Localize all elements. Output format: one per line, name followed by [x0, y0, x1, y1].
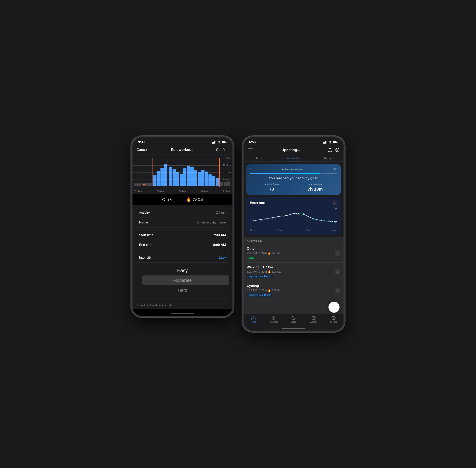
activity-row[interactable]: Activity Other › — [136, 208, 229, 218]
activity-name-1: Other — [247, 247, 335, 251]
start-time-row[interactable]: Start time 7:33 AM — [136, 230, 229, 240]
svg-rect-0 — [212, 142, 213, 144]
picker-moderate[interactable]: Moderate — [173, 276, 192, 285]
activity-score-value: 73 — [264, 187, 279, 192]
activity-item-3[interactable]: Cycling 4:19 PM ⏱ 27m 🔥 327 Cal Imported… — [244, 281, 343, 300]
sleep-icon — [291, 316, 296, 320]
activity-meta-3: 4:19 PM ⏱ 27m 🔥 327 Cal — [247, 289, 335, 292]
activity-tag-2: Imported from Health — [247, 275, 273, 278]
phone2: 6:55 — [242, 136, 345, 332]
activity-arrow-3[interactable]: › — [335, 288, 340, 293]
tab-readiness[interactable]: Readiness — [264, 316, 284, 323]
svg-point-36 — [313, 218, 314, 219]
svg-point-40 — [327, 220, 329, 221]
activity-item-2[interactable]: Walking / 1.7 km 3:20 PM ⏱ 27m 🔥 115 Cal… — [244, 263, 343, 281]
hr-arrow-button[interactable]: › — [332, 200, 337, 206]
calories-value: 75 Cal — [193, 198, 203, 202]
svg-point-27 — [283, 216, 284, 217]
duration-stat: ⏱ 27m — [162, 197, 174, 202]
medium-line — [133, 165, 221, 166]
activity-tag-3: Imported from Health — [247, 293, 273, 297]
examples-text: Examples of workout intensities — [133, 301, 232, 309]
picker-easy[interactable]: Easy — [177, 265, 188, 276]
activity-arrow-2[interactable]: › — [335, 269, 340, 275]
calorie-bar — [250, 173, 337, 174]
chart-times: 7:15 am 7:30 am 7:45 am 8:00 am 8:15 am — [133, 189, 232, 194]
status-bar-2: 6:55 — [244, 137, 343, 146]
activity-name-2: Walking / 1.7 km — [247, 265, 335, 269]
bar-1 — [134, 183, 138, 186]
fab-button[interactable]: + — [328, 302, 340, 313]
hr-title: Heart rate — [250, 201, 265, 205]
tab-sleep-label: Sleep — [291, 321, 296, 323]
chevron-icon: › — [225, 211, 226, 214]
svg-point-41 — [331, 221, 332, 222]
svg-rect-12 — [333, 141, 337, 143]
end-label: End time — [139, 243, 152, 247]
home-indicator-2 — [244, 324, 343, 331]
bar-6 — [153, 175, 156, 186]
battery-icon — [222, 141, 227, 144]
bar-17 — [194, 170, 197, 186]
home-bar-2 — [282, 328, 305, 329]
share-icon[interactable] — [328, 148, 332, 152]
nav-title-2: Updating... — [282, 148, 300, 152]
tab-explore-label: Explore — [330, 321, 337, 323]
hr-time-labels: 12 am 6 am 12 pm 6 pm — [250, 229, 337, 232]
settings-icon[interactable] — [335, 148, 340, 152]
battery-icon-2 — [333, 141, 338, 144]
tab-explore[interactable]: Explore — [324, 316, 343, 323]
explore-icon — [331, 316, 336, 320]
inactive-line — [133, 179, 221, 179]
tab-sleep[interactable]: Sleep — [284, 316, 304, 323]
hr-time-1: 12 am — [250, 229, 256, 232]
top-nav-2: Updating... — [244, 146, 343, 155]
intensity-value: Easy — [218, 256, 226, 260]
menu-line-2 — [248, 150, 253, 150]
time-label-4: 8:00 am — [201, 190, 208, 192]
signal-icon — [212, 141, 216, 144]
heart-rate-card: Heart rate › 160 — [246, 197, 341, 234]
activity-score-stat: Activity Score 73 — [264, 183, 279, 192]
svg-point-14 — [336, 148, 339, 152]
wifi-icon — [217, 141, 221, 144]
orange-marker-right — [219, 158, 220, 186]
status-time-1: 9:39 — [138, 140, 145, 144]
picker-hard[interactable]: Hard — [178, 285, 187, 295]
svg-point-39 — [324, 220, 325, 221]
svg-point-32 — [297, 214, 298, 215]
svg-rect-1 — [213, 142, 214, 144]
end-time-row[interactable]: End time 8:00 AM — [136, 240, 229, 250]
tab-home[interactable]: Home — [244, 316, 264, 323]
activities-header: ACTIVITIES — [244, 236, 343, 244]
activity-item-1[interactable]: Other 7:33 AM ⏱ 27m 🔥 75 Cal Easy › — [244, 244, 343, 263]
name-row[interactable]: Name Enter activity name — [136, 218, 229, 227]
menu-line-1 — [248, 148, 253, 149]
nav-bar-1: Cancel Edit workout Confirm — [133, 146, 232, 154]
bar-26 — [227, 181, 230, 186]
intensity-picker[interactable]: Easy Moderate Hard — [136, 263, 229, 298]
svg-rect-9 — [325, 141, 326, 144]
date-tab-prev[interactable]: Jan 4 — [255, 155, 263, 161]
low-line — [133, 172, 221, 173]
bar-20 — [205, 172, 208, 186]
cancel-button[interactable]: Cancel — [136, 148, 148, 152]
bar-24 — [220, 182, 223, 186]
activity-icon — [311, 316, 316, 320]
bar-5 — [149, 183, 152, 186]
nav-icons-2 — [328, 148, 340, 152]
hr-high: 160 — [333, 208, 337, 211]
date-tab-next[interactable]: Today — [324, 155, 332, 161]
home-bar-1 — [171, 313, 194, 314]
tab-activity[interactable]: Activity — [303, 316, 324, 323]
svg-rect-13 — [337, 142, 338, 143]
wifi-icon-2 — [328, 141, 332, 144]
activity-arrow-1[interactable]: › — [335, 250, 340, 256]
menu-button[interactable] — [248, 148, 253, 152]
status-bar-1: 9:39 — [133, 137, 232, 146]
confirm-button[interactable]: Confirm — [216, 148, 228, 152]
bar-10 — [169, 167, 172, 186]
date-tab-current[interactable]: Yesterday — [287, 155, 300, 161]
activity-info-3: Cycling 4:19 PM ⏱ 27m 🔥 327 Cal Imported… — [247, 284, 335, 297]
chart-medium-label: Medium — [223, 164, 231, 166]
